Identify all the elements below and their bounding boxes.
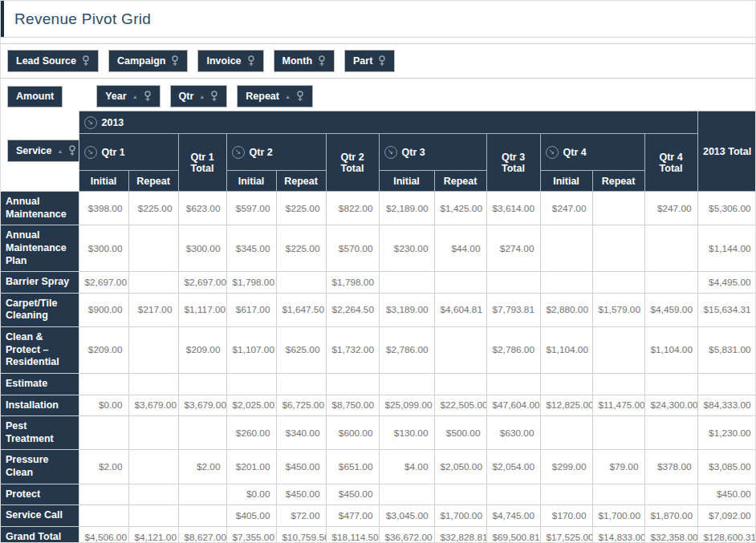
value-cell bbox=[276, 272, 326, 294]
column-header-qtr1-initial: Initial bbox=[79, 171, 128, 192]
collapse-icon[interactable]: ↘ bbox=[384, 146, 397, 159]
value-cell: $8,627.00 bbox=[178, 526, 226, 543]
value-cell: $1,107.00 bbox=[226, 327, 276, 374]
column-header-qtr3[interactable]: ↘Qtr 3 bbox=[379, 134, 486, 171]
value-cell bbox=[178, 416, 226, 450]
filter-icon[interactable] bbox=[171, 55, 179, 67]
value-cell bbox=[128, 225, 178, 272]
value-cell bbox=[226, 373, 276, 395]
value-cell: $14,833.00 bbox=[592, 526, 644, 543]
column-header-qtr2[interactable]: ↘Qtr 2 bbox=[226, 134, 326, 171]
value-cell: $1,579.00 bbox=[592, 293, 644, 326]
filter-icon[interactable] bbox=[318, 55, 326, 67]
value-cell bbox=[128, 505, 178, 527]
header-label: 2013 bbox=[102, 117, 124, 128]
column-header-qtr4[interactable]: ↘Qtr 4 bbox=[540, 134, 644, 171]
value-cell: $36,672.00 bbox=[379, 526, 434, 543]
value-cell bbox=[379, 272, 434, 294]
value-cell: $130.00 bbox=[379, 416, 434, 450]
pivot-grid-app: Revenue Pivot Grid Lead Source Campaign … bbox=[0, 0, 756, 543]
value-cell: $11,475.00 bbox=[592, 395, 644, 416]
pivot-row: Pressure Clean$2.00$2.00$201.00$450.00$6… bbox=[1, 450, 756, 484]
column-field-repeat[interactable]: Repeat ▲ bbox=[237, 85, 313, 107]
filter-icon[interactable] bbox=[82, 55, 90, 67]
filter-icon[interactable] bbox=[378, 55, 386, 67]
value-cell: $217.00 bbox=[128, 293, 178, 326]
value-cell bbox=[540, 272, 592, 294]
value-cell: $398.00 bbox=[79, 192, 128, 225]
header-sub-row: Initial Repeat Initial Repeat Initial Re… bbox=[1, 171, 756, 192]
value-cell: $209.00 bbox=[178, 327, 226, 374]
value-cell bbox=[592, 484, 644, 505]
value-cell bbox=[486, 272, 540, 294]
value-cell bbox=[540, 373, 592, 395]
field-label: Month bbox=[282, 56, 312, 67]
filter-icon[interactable] bbox=[144, 91, 152, 102]
field-label: Lead Source bbox=[16, 56, 76, 67]
value-cell bbox=[486, 484, 540, 505]
row-field-service[interactable]: Service ▲ bbox=[7, 140, 79, 162]
data-field-amount[interactable]: Amount bbox=[7, 86, 63, 107]
field-label: Part bbox=[353, 56, 372, 67]
field-label: Service bbox=[16, 146, 51, 156]
value-cell bbox=[326, 373, 379, 395]
filter-field-lead-source[interactable]: Lead Source bbox=[7, 50, 99, 72]
row-header: Estimate bbox=[1, 373, 79, 395]
filter-icon[interactable] bbox=[210, 91, 218, 102]
value-cell: $651.00 bbox=[326, 450, 379, 484]
column-header-year-2013[interactable]: ↘ 2013 bbox=[79, 111, 697, 134]
value-cell: $8,750.00 bbox=[326, 395, 379, 416]
value-cell bbox=[434, 484, 486, 505]
value-cell: $25,099.00 bbox=[379, 395, 434, 416]
filter-field-part[interactable]: Part bbox=[344, 50, 395, 72]
collapse-icon[interactable]: ↘ bbox=[84, 116, 97, 129]
pivot-row: Protect$0.00$450.00$450.00$450.00 bbox=[1, 484, 756, 505]
filter-icon[interactable] bbox=[247, 55, 255, 67]
value-cell bbox=[434, 327, 486, 374]
row-header: Service Call bbox=[1, 505, 79, 527]
grand-total-value-cell: $1,144.00 bbox=[697, 225, 756, 272]
value-cell: $0.00 bbox=[226, 484, 276, 505]
value-cell: $0.00 bbox=[79, 395, 128, 416]
value-cell bbox=[79, 416, 128, 450]
value-cell: $340.00 bbox=[276, 416, 326, 450]
value-cell: $4,604.81 bbox=[434, 293, 486, 326]
collapse-icon[interactable]: ↘ bbox=[84, 146, 97, 159]
filter-field-campaign[interactable]: Campaign bbox=[108, 50, 188, 72]
column-header-qtr1[interactable]: ↘Qtr 1 bbox=[79, 134, 178, 171]
value-cell: $225.00 bbox=[128, 192, 178, 225]
value-cell: $10,759.50 bbox=[276, 526, 326, 543]
grand-total-value-cell: $7,092.00 bbox=[697, 505, 756, 527]
row-header: Annual Maintenance bbox=[1, 192, 79, 225]
value-cell bbox=[592, 225, 644, 272]
column-field-year[interactable]: Year ▲ bbox=[96, 85, 160, 107]
value-cell: $630.00 bbox=[486, 416, 540, 450]
filter-icon[interactable] bbox=[296, 91, 304, 102]
pivot-corner-cell: Service ▲ bbox=[1, 111, 79, 192]
filter-field-invoice[interactable]: Invoice bbox=[197, 50, 263, 72]
value-cell: $209.00 bbox=[79, 327, 128, 374]
value-cell: $22,505.00 bbox=[434, 395, 486, 416]
filter-field-month[interactable]: Month bbox=[274, 50, 335, 72]
page-title: Revenue Pivot Grid bbox=[1, 10, 151, 28]
sort-ascending-icon: ▲ bbox=[285, 94, 291, 99]
value-cell: $2,050.00 bbox=[434, 450, 486, 484]
value-cell: $1,104.00 bbox=[540, 327, 592, 374]
value-cell: $72.00 bbox=[276, 505, 326, 527]
value-cell: $2,054.00 bbox=[486, 450, 540, 484]
value-cell: $17,525.00 bbox=[540, 526, 592, 543]
column-header-qtr4-total: Qtr 4 Total bbox=[644, 134, 697, 192]
row-header: Clean & Protect – Residential bbox=[1, 327, 79, 374]
value-cell: $1,117.00 bbox=[178, 293, 226, 326]
collapse-icon[interactable]: ↘ bbox=[546, 146, 559, 159]
value-cell bbox=[540, 484, 592, 505]
field-label: Repeat bbox=[246, 91, 279, 102]
value-cell bbox=[592, 192, 644, 225]
data-and-column-fields-area: Amount Year ▲ Qtr ▲ Repeat ▲ bbox=[1, 79, 755, 111]
header-label: Qtr 3 bbox=[402, 147, 425, 158]
value-cell: $230.00 bbox=[379, 225, 434, 272]
collapse-icon[interactable]: ↘ bbox=[232, 146, 245, 159]
column-field-qtr[interactable]: Qtr ▲ bbox=[170, 85, 228, 107]
filter-icon[interactable] bbox=[68, 145, 76, 156]
value-cell bbox=[644, 416, 697, 450]
